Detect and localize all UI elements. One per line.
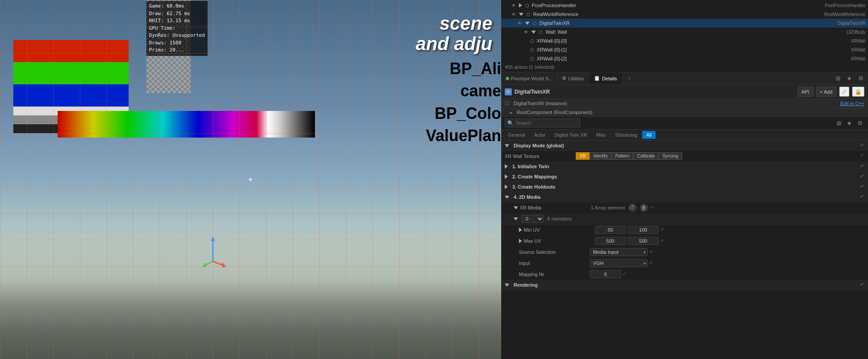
filter-tab-streaming[interactable]: Streaming: [611, 131, 641, 139]
mapping-nr-reset[interactable]: ↶: [623, 272, 627, 277]
search-input[interactable]: [505, 118, 580, 127]
edit-cpp-link[interactable]: Edit in C++: [841, 101, 864, 106]
outliner-row-digitaltwin[interactable]: 👁 ⬡ DigitalTwinXR DigitalTwinXR: [501, 19, 868, 28]
search-bar: 🔍 ⊞ ★ ⚙: [501, 117, 868, 130]
source-selection-dropdown-wrap: Media Input Other ▾: [590, 248, 648, 256]
tab-utilities[interactable]: ⚙ Utilities: [558, 72, 589, 84]
lock-icon[interactable]: 🔒: [852, 87, 864, 97]
root-icon: ▸: [510, 110, 512, 115]
star-icon2[interactable]: ★: [845, 119, 854, 127]
initialize-twin-section[interactable]: 1. Initialize Twin ↶: [501, 162, 868, 172]
tex-btn-syncing[interactable]: Syncing: [658, 152, 682, 160]
source-selection-dropdown[interactable]: Media Input Other: [590, 248, 648, 256]
max-uv-reset[interactable]: ↶: [660, 238, 664, 244]
filter-tab-digital-twin[interactable]: Digital Twin XR: [550, 131, 591, 139]
mapping-nr-input[interactable]: [590, 270, 621, 278]
actor-icon: ⬡: [531, 20, 538, 26]
grid-view-icon[interactable]: ⊞: [834, 74, 842, 83]
details-panel[interactable]: 🔍 ⊞ ★ ⚙ General Actor Digital Twin XR Mi…: [501, 117, 868, 359]
outliner-row-wall[interactable]: 👁 ⬡ Wall: Wall LEDBody: [501, 28, 868, 36]
index-members-label: 6 members: [547, 216, 572, 221]
settings-icon2[interactable]: ⚙: [856, 119, 864, 127]
max-uv-y-input[interactable]: [628, 237, 659, 245]
outliner-row-postprocess[interactable]: 👁 ⬡ PostProcessHandler PostProcessHandle…: [501, 1, 868, 10]
min-uv-x-input[interactable]: [595, 226, 626, 234]
input-dropdown[interactable]: VGH VGA HDMI: [590, 259, 648, 267]
filter-tab-general[interactable]: General: [504, 131, 529, 139]
display-mode-section-header[interactable]: Display Mode (global) ↶: [501, 141, 868, 151]
create-holdouts-label: 3. Create Holdouts: [512, 184, 857, 189]
section-expand-icon: [505, 185, 508, 189]
filter-tab-all[interactable]: All: [642, 131, 656, 139]
section-reset-icon[interactable]: ↶: [860, 142, 864, 149]
instance-row: ⬡ DigitalTwinXR (Instance) Edit in C++: [501, 99, 868, 108]
section-expand-icon: [505, 144, 509, 147]
section-reset-icon[interactable]: ↶: [860, 194, 864, 200]
expand-icon: [525, 22, 530, 25]
star-icon[interactable]: ★: [845, 74, 854, 83]
settings-icon[interactable]: ⚙: [856, 74, 865, 83]
add-button[interactable]: + Add: [816, 87, 837, 97]
actor-type: DigitalTwinXR: [838, 21, 865, 26]
visibility-icon[interactable]: 👁: [522, 28, 530, 36]
max-uv-inputs: [595, 237, 659, 245]
media-2d-section[interactable]: 4. 2D Media ↶: [501, 192, 868, 202]
outliner-row-xrwall-0[interactable]: ⬡ XRWall-[0]-[0] XRWall: [501, 36, 868, 45]
actor-icon: ⬡: [538, 29, 544, 35]
actor-name: PostProcessHandler: [532, 3, 821, 8]
actor-name: RealWorldReference: [533, 12, 821, 17]
filter-tab-actor[interactable]: Actor: [530, 131, 550, 139]
filter-tab-misc[interactable]: Misc: [592, 131, 610, 139]
section-reset-icon[interactable]: ↶: [860, 184, 864, 190]
max-uv-expand-icon: [519, 239, 522, 243]
index-dropdown-wrap: 0: [522, 215, 544, 223]
max-uv-label: Max UV: [524, 238, 595, 244]
visibility-icon[interactable]: 👁: [510, 11, 517, 18]
expand-icon: [519, 3, 522, 8]
section-reset-icon[interactable]: ↶: [860, 163, 864, 170]
outliner-row-xrwall-2[interactable]: ⬡ XRWall-[0]-[2] XRWall: [501, 54, 868, 63]
section-reset-icon[interactable]: ↶: [860, 174, 864, 180]
xr-media-label: XR Media: [520, 205, 591, 210]
create-mappings-section[interactable]: 2. Create Mappings ↶: [501, 172, 868, 182]
xr-wall-texture-reset[interactable]: ↶: [860, 153, 864, 159]
grid-view-icon2[interactable]: ⊞: [835, 119, 843, 127]
component-header: D DigitalTwinXR API + Add ⤢ 🔒: [501, 85, 868, 99]
visibility-icon[interactable]: 👁: [510, 2, 517, 9]
add-array-element-button[interactable]: ⏱: [628, 204, 636, 212]
index-dropdown[interactable]: 0: [522, 215, 544, 223]
outliner-row-xrwall-1[interactable]: ⬡ XRWall-[0]-[1] XRWall: [501, 45, 868, 54]
tex-btn-xr[interactable]: XR: [576, 152, 590, 160]
mapping-nr-row: Mapping Nr ↶: [501, 269, 868, 280]
input-row: Input VGH VGA HDMI ▾ ↶: [501, 258, 868, 269]
tex-btn-pattern[interactable]: Pattern: [611, 152, 633, 160]
tab-pixotope-world[interactable]: Pixotope World S...: [501, 72, 558, 84]
status-dot: [506, 77, 509, 80]
rendering-reset-icon[interactable]: ↶: [860, 282, 864, 288]
root-component-row: ▸ RootComponent (RootComponent): [501, 108, 868, 117]
xr-media-reset[interactable]: ↶: [650, 205, 654, 211]
api-button[interactable]: API: [797, 87, 813, 97]
rendering-section[interactable]: Rendering ↶: [501, 280, 868, 290]
source-selection-label: Source Selection: [519, 249, 590, 255]
visibility-icon[interactable]: 👁: [516, 20, 523, 27]
delete-array-element-button[interactable]: 🗑: [640, 204, 648, 212]
input-reset[interactable]: ↶: [649, 260, 653, 266]
source-selection-reset[interactable]: ↶: [649, 249, 653, 255]
create-holdouts-section[interactable]: 3. Create Holdouts ↶: [501, 182, 868, 192]
tab-details[interactable]: 📋 Details: [589, 72, 623, 84]
min-uv-y-input[interactable]: [628, 226, 659, 234]
actor-icon: ⬡: [529, 38, 535, 44]
min-uv-reset[interactable]: ↶: [660, 227, 664, 233]
outliner-row-realworld[interactable]: 👁 ⬡ RealWorldReference RealWorldReferenc…: [501, 10, 868, 19]
expand-view-icon[interactable]: ⤢: [839, 87, 849, 97]
tex-btn-identify[interactable]: Identify: [589, 152, 612, 160]
tex-btn-calibrate[interactable]: Calibrate: [633, 152, 659, 160]
max-uv-row: Max UV ↶: [501, 236, 868, 247]
tab-close-button[interactable]: ×: [624, 72, 635, 84]
expand-icon: [519, 13, 523, 16]
svg-marker-1: [211, 237, 215, 241]
max-uv-x-input[interactable]: [595, 237, 626, 245]
index-0-header[interactable]: 0 6 members: [501, 213, 868, 225]
tab-bar: Pixotope World S... ⚙ Utilities 📋 Detail…: [501, 72, 868, 85]
